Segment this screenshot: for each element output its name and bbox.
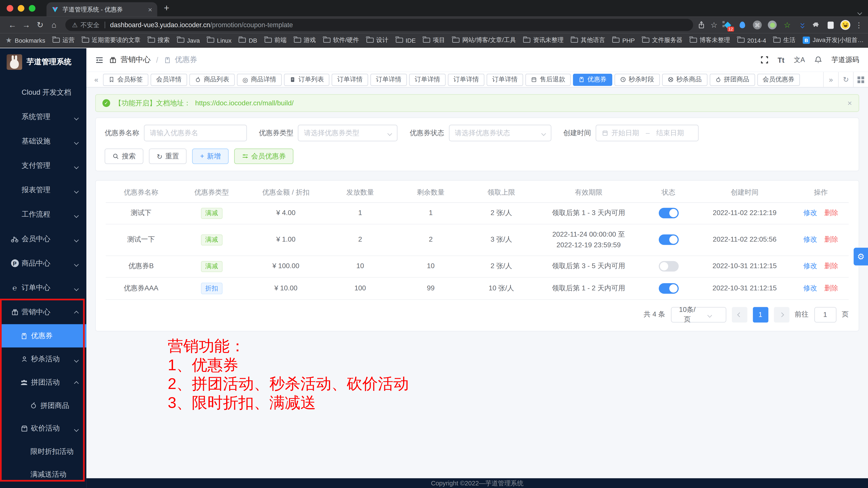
bookmarks-root[interactable]: ★Bookmarks: [5, 36, 45, 44]
bookmark-folder[interactable]: 文件服务器: [642, 36, 683, 44]
notice-link[interactable]: https://doc.iocoder.cn/mall/build/: [195, 99, 293, 107]
status-toggle[interactable]: [659, 208, 679, 219]
bookmark-folder[interactable]: Java: [177, 37, 200, 44]
sidebar-item-report[interactable]: 报表管理: [0, 178, 86, 202]
page-number-button[interactable]: 1: [752, 307, 768, 322]
add-button[interactable]: +新增: [192, 148, 228, 164]
tag-order-detail[interactable]: 订单详情: [448, 74, 485, 86]
bookmark-folder[interactable]: 游戏: [294, 36, 316, 44]
tag-after-sale[interactable]: 售后退款: [525, 74, 571, 86]
edit-link[interactable]: 修改: [803, 284, 817, 292]
sidebar-item-infra[interactable]: 基础设施: [0, 129, 86, 153]
sidebar-item-member[interactable]: 会员中心: [0, 227, 86, 251]
reset-button[interactable]: ↻重置: [149, 148, 187, 164]
user-name[interactable]: 芋道源码: [832, 55, 859, 64]
tag-member-label[interactable]: 会员标签: [103, 74, 149, 86]
tag-product-detail[interactable]: ◎商品详情: [237, 74, 282, 86]
bookmark-folder[interactable]: 生活: [773, 36, 796, 44]
bookmark-folder[interactable]: 项目: [423, 36, 445, 44]
reload-icon[interactable]: ↻: [33, 21, 47, 29]
edit-link[interactable]: 修改: [803, 209, 817, 217]
bookmark-folder[interactable]: IDE: [396, 37, 416, 44]
tag-order-detail[interactable]: 订单详情: [370, 74, 407, 86]
refresh-page-icon[interactable]: ↻: [838, 72, 853, 87]
tag-groupbuy-product[interactable]: 拼团商品: [710, 74, 755, 86]
tag-order-detail[interactable]: 订单详情: [332, 74, 368, 86]
bookmark-folder[interactable]: 近期需要读的文章: [82, 36, 141, 44]
profile-avatar[interactable]: [840, 20, 850, 30]
browser-tab[interactable]: 芋道管理系统 - 优惠券 ×: [46, 2, 157, 17]
tag-order-detail[interactable]: 订单详情: [409, 74, 446, 86]
share-icon[interactable]: [698, 21, 706, 29]
bookmark-folder[interactable]: 2014-4: [737, 37, 766, 44]
address-bar[interactable]: ⚠ 不安全 dashboard-vue3.yudao.iocoder.cn/pr…: [65, 19, 693, 31]
bookmark-folder[interactable]: 网站/博客/文章/工具: [452, 36, 516, 44]
bell-icon[interactable]: [814, 56, 822, 64]
tags-scroll-right-icon[interactable]: »: [823, 72, 838, 87]
extensions-puzzle-icon[interactable]: [812, 21, 820, 29]
extension-star-icon[interactable]: ☆: [782, 20, 792, 30]
goto-page-input[interactable]: [814, 307, 836, 322]
app-logo[interactable]: 芋道管理系统: [0, 48, 86, 76]
bookmark-folder[interactable]: 搜索: [148, 36, 170, 44]
delete-link[interactable]: 删除: [824, 262, 838, 270]
tag-member-coupon[interactable]: 会员优惠券: [757, 74, 800, 86]
sidebar-item-seckill[interactable]: 秒杀活动: [0, 347, 86, 371]
tag-seckill-product[interactable]: 秒杀商品: [662, 74, 707, 86]
tag-order-detail[interactable]: 订单详情: [487, 74, 523, 86]
tag-order-list[interactable]: 订单列表: [284, 74, 330, 86]
bookmark-folder[interactable]: 前端: [265, 36, 286, 44]
fullscreen-icon[interactable]: [761, 56, 768, 64]
edit-link[interactable]: 修改: [803, 262, 817, 270]
extension-tampermonkey-icon[interactable]: 12: [722, 20, 733, 30]
extension-chevrons-icon[interactable]: [797, 20, 807, 30]
sidebar-item-bargain[interactable]: 砍价活动: [0, 417, 86, 440]
next-page-button[interactable]: [774, 307, 789, 322]
language-icon[interactable]: 文A: [794, 55, 805, 64]
status-toggle[interactable]: [659, 235, 679, 245]
bookmark-folder[interactable]: 博客未整理: [690, 36, 730, 44]
sidebar-item-pay[interactable]: 支付管理: [0, 153, 86, 178]
coupon-status-select[interactable]: 请选择优惠券状态: [449, 125, 551, 141]
status-toggle[interactable]: [659, 261, 679, 271]
prev-page-button[interactable]: [732, 307, 747, 322]
member-coupon-button[interactable]: 会员优惠券: [234, 148, 293, 164]
sidebar-item-workflow[interactable]: 工作流程: [0, 202, 86, 227]
page-size-select[interactable]: 10条/页: [671, 307, 726, 322]
edit-link[interactable]: 修改: [803, 236, 817, 243]
breadcrumb-first[interactable]: 营销中心: [121, 55, 151, 65]
sidebar-item-flash-discount[interactable]: 限时折扣活动: [0, 440, 86, 463]
tags-scroll-left-icon[interactable]: «: [90, 75, 103, 84]
create-time-range-picker[interactable]: 开始日期 – 结束日期: [595, 125, 699, 141]
tab-close-icon[interactable]: ×: [148, 6, 152, 13]
bookmark-folder[interactable]: 其他语言: [571, 36, 605, 44]
bookmark-folder[interactable]: 运营: [53, 36, 74, 44]
bookmark-star-icon[interactable]: ☆: [711, 21, 717, 29]
delete-link[interactable]: 删除: [824, 209, 838, 217]
sidebar-item-groupbuy[interactable]: 拼团活动: [0, 371, 86, 394]
sidebar-item-product[interactable]: P 商品中心: [0, 251, 86, 275]
font-size-icon[interactable]: Tt: [778, 56, 784, 64]
new-tab-button[interactable]: +: [164, 3, 169, 14]
extension-command-icon[interactable]: ⌘: [752, 20, 762, 30]
collapse-sidebar-icon[interactable]: [95, 56, 103, 64]
tag-member-detail[interactable]: 会员详情: [151, 74, 187, 86]
sidebar-item-full-reduction[interactable]: 满减送活动: [0, 463, 86, 485]
tag-coupon-active[interactable]: 优惠券: [573, 74, 612, 86]
sidebar-item-marketing[interactable]: 营销中心: [0, 300, 86, 324]
bookmark-folder[interactable]: Linux: [207, 37, 231, 44]
bookmark-folder[interactable]: 软件/硬件: [323, 36, 359, 44]
tag-product-list[interactable]: 商品列表: [189, 74, 235, 86]
sidebar-item-order[interactable]: ℮ 订单中心: [0, 275, 86, 300]
zoom-window-button[interactable]: [29, 5, 35, 12]
layout-grid-icon[interactable]: [853, 72, 868, 87]
back-icon[interactable]: ←: [5, 21, 19, 29]
sidebar-item-cloud-docs[interactable]: Cloud 开发文档: [0, 80, 86, 105]
tag-seckill-time[interactable]: 秒杀时段: [614, 74, 660, 86]
settings-gear-button[interactable]: ⚙: [854, 248, 868, 265]
bookmark-folder[interactable]: DB: [239, 37, 257, 44]
bookmark-folder[interactable]: 资讯未整理: [523, 36, 564, 44]
sidebar-item-system[interactable]: 系统管理: [0, 105, 86, 129]
sidebar-item-groupbuy-product[interactable]: 拼团商品: [0, 394, 86, 417]
extension-record-icon[interactable]: [767, 20, 777, 30]
